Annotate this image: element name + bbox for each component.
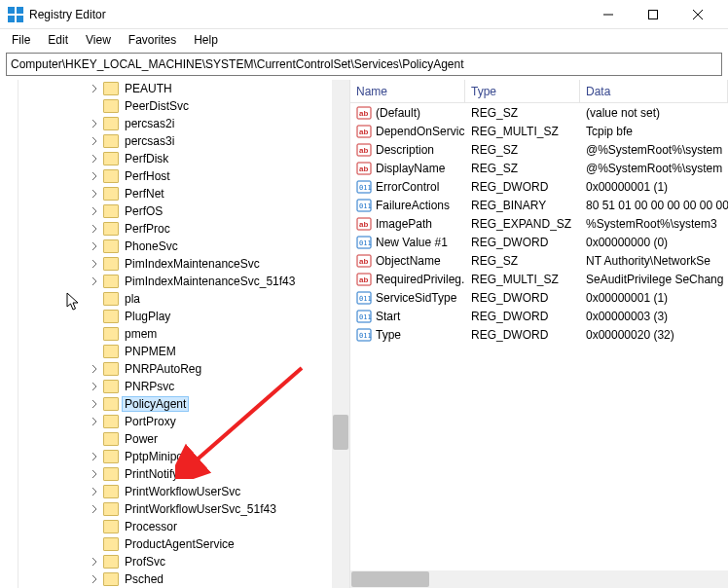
tree-item[interactable]: Psched (0, 570, 332, 588)
chevron-right-icon[interactable] (88, 292, 101, 306)
chevron-right-icon[interactable] (88, 99, 101, 113)
chevron-right-icon[interactable] (88, 222, 101, 236)
chevron-right-icon[interactable] (88, 204, 101, 218)
chevron-right-icon[interactable] (88, 450, 101, 463)
maximize-button[interactable] (631, 0, 675, 29)
list-row[interactable]: 011TypeREG_DWORD0x00000020 (32) (350, 325, 728, 344)
folder-icon (103, 502, 119, 516)
value-name: FailureActions (376, 199, 450, 212)
menu-view[interactable]: View (78, 31, 119, 49)
list-row[interactable]: 011StartREG_DWORD0x00000003 (3) (350, 307, 728, 325)
list-row[interactable]: abRequiredPrivileg...REG_MULTI_SZSeAudit… (350, 270, 728, 288)
menu-edit[interactable]: Edit (40, 31, 76, 49)
tree-item-label: pmem (123, 327, 159, 341)
menu-file[interactable]: File (4, 31, 38, 49)
chevron-right-icon[interactable] (88, 134, 101, 148)
svg-text:ab: ab (359, 128, 368, 136)
list-row[interactable]: 011New Value #1REG_DWORD0x00000000 (0) (350, 233, 728, 251)
chevron-right-icon[interactable] (88, 117, 101, 130)
tree-item[interactable]: PlugPlay (0, 308, 332, 325)
list-row[interactable]: abDependOnServiceREG_MULTI_SZTcpip bfe (350, 122, 728, 140)
list-row[interactable]: abDescriptionREG_SZ@%SystemRoot%\system (350, 140, 728, 159)
tree-item[interactable]: Processor (0, 518, 332, 535)
list-row[interactable]: 011ErrorControlREG_DWORD0x00000001 (1) (350, 177, 728, 196)
folder-icon (103, 467, 119, 481)
chevron-right-icon[interactable] (88, 169, 101, 183)
chevron-right-icon[interactable] (88, 82, 101, 95)
list[interactable]: ab(Default)REG_SZ(value not set)abDepend… (350, 103, 728, 570)
tree-scrollbar[interactable] (332, 80, 349, 588)
tree-item[interactable]: Power (0, 430, 332, 448)
column-header-type[interactable]: Type (465, 80, 580, 102)
column-header-name[interactable]: Name (350, 80, 465, 102)
chevron-right-icon[interactable] (88, 397, 101, 411)
value-type: REG_SZ (465, 106, 580, 120)
close-button[interactable] (675, 0, 720, 29)
tree-item[interactable]: PerfNet (0, 185, 332, 202)
chevron-right-icon[interactable] (88, 310, 101, 323)
tree-item[interactable]: PortProxy (0, 413, 332, 430)
tree-item[interactable]: PNRPAutoReg (0, 360, 332, 378)
chevron-right-icon[interactable] (88, 345, 101, 358)
menu-help[interactable]: Help (186, 31, 226, 49)
chevron-right-icon[interactable] (88, 572, 101, 586)
tree-item[interactable]: percsas3i (0, 132, 332, 150)
tree-item[interactable]: PptpMiniport (0, 448, 332, 465)
tree-item[interactable]: PNRPsvc (0, 378, 332, 395)
tree-item[interactable]: PerfHost (0, 167, 332, 185)
tree-item[interactable]: PrintNotify (0, 465, 332, 483)
chevron-right-icon[interactable] (88, 502, 101, 516)
tree-item[interactable]: PeerDistSvc (0, 97, 332, 115)
tree-item[interactable]: PimIndexMaintenanceSvc_51f43 (0, 273, 332, 290)
menu-favorites[interactable]: Favorites (121, 31, 184, 49)
tree-item[interactable]: ProfSvc (0, 553, 332, 570)
tree-item[interactable]: pla (0, 290, 332, 308)
chevron-right-icon[interactable] (88, 152, 101, 165)
tree[interactable]: PEAUTHPeerDistSvcpercsas2ipercsas3iPerfD… (0, 80, 332, 588)
tree-item[interactable]: PhoneSvc (0, 238, 332, 255)
list-row[interactable]: abImagePathREG_EXPAND_SZ%SystemRoot%\sys… (350, 214, 728, 233)
tree-item[interactable]: PerfOS (0, 202, 332, 220)
tree-item[interactable]: PrintWorkflowUserSvc_51f43 (0, 500, 332, 518)
minimize-button[interactable] (586, 0, 631, 29)
list-row[interactable]: abDisplayNameREG_SZ@%SystemRoot%\system (350, 159, 728, 177)
chevron-right-icon[interactable] (88, 239, 101, 253)
tree-item[interactable]: pmem (0, 325, 332, 343)
tree-scroll-thumb[interactable] (333, 415, 348, 450)
tree-item-label: PerfHost (123, 169, 172, 183)
tree-item[interactable]: ProductAgentService (0, 535, 332, 553)
chevron-right-icon[interactable] (88, 467, 101, 481)
window-title: Registry Editor (29, 8, 586, 21)
tree-item[interactable]: PEAUTH (0, 80, 332, 97)
list-row[interactable]: 011FailureActionsREG_BINARY80 51 01 00 0… (350, 196, 728, 214)
tree-item[interactable]: PolicyAgent (0, 395, 332, 413)
chevron-right-icon[interactable] (88, 537, 101, 551)
column-header-data[interactable]: Data (580, 80, 728, 102)
chevron-right-icon[interactable] (88, 555, 101, 569)
chevron-right-icon[interactable] (88, 380, 101, 393)
tree-item[interactable]: PerfDisk (0, 150, 332, 167)
list-row[interactable]: 011ServiceSidTypeREG_DWORD0x00000001 (1) (350, 288, 728, 307)
chevron-right-icon[interactable] (88, 415, 101, 428)
svg-text:011: 011 (359, 184, 372, 192)
list-h-scrollbar[interactable] (350, 570, 728, 588)
tree-item[interactable]: PNPMEM (0, 343, 332, 360)
folder-icon (103, 257, 119, 271)
chevron-right-icon[interactable] (88, 327, 101, 341)
list-row[interactable]: ab(Default)REG_SZ(value not set) (350, 103, 728, 122)
chevron-right-icon[interactable] (88, 362, 101, 376)
address-bar[interactable]: Computer\HKEY_LOCAL_MACHINE\SYSTEM\Curre… (6, 53, 722, 76)
tree-item[interactable]: PerfProc (0, 220, 332, 238)
chevron-right-icon[interactable] (88, 520, 101, 533)
tree-item[interactable]: PimIndexMaintenanceSvc (0, 255, 332, 273)
folder-icon (103, 204, 119, 218)
tree-item[interactable]: percsas2i (0, 115, 332, 132)
chevron-right-icon[interactable] (88, 257, 101, 271)
chevron-right-icon[interactable] (88, 187, 101, 201)
chevron-right-icon[interactable] (88, 275, 101, 288)
chevron-right-icon[interactable] (88, 485, 101, 498)
list-row[interactable]: abObjectNameREG_SZNT Authority\NetworkSe (350, 251, 728, 270)
tree-item[interactable]: PrintWorkflowUserSvc (0, 483, 332, 500)
list-h-scroll-thumb[interactable] (351, 571, 429, 587)
chevron-right-icon[interactable] (88, 432, 101, 446)
